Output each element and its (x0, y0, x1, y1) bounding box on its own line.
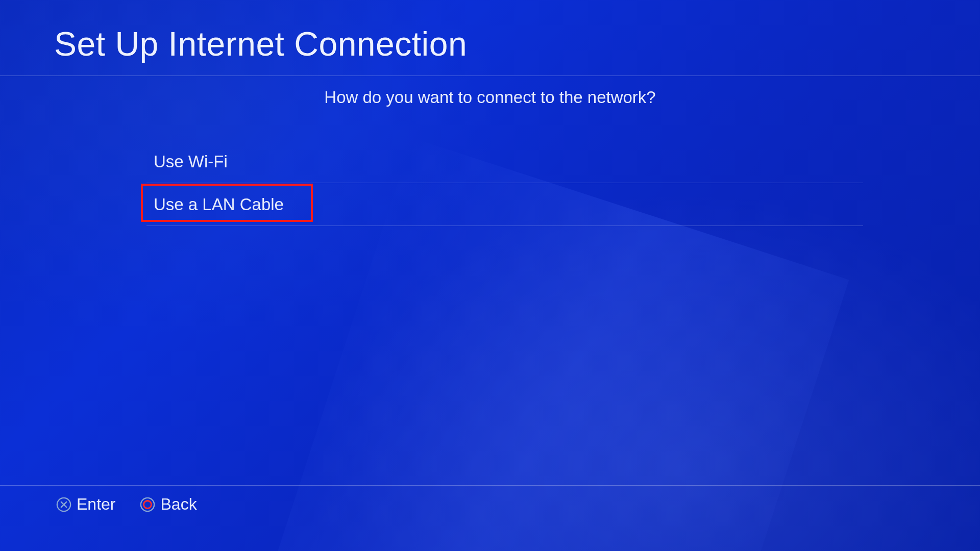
page-title: Set Up Internet Connection (54, 24, 980, 63)
hint-enter-label: Enter (77, 495, 115, 514)
svg-point-3 (141, 497, 154, 511)
option-label: Use a LAN Cable (154, 195, 284, 214)
o-button-icon (140, 497, 155, 512)
hint-back-label: Back (160, 495, 197, 514)
hint-back: Back (140, 495, 197, 514)
option-label: Use Wi-Fi (154, 152, 228, 171)
hint-enter: Enter (56, 495, 115, 514)
svg-point-4 (144, 500, 152, 508)
page-header: Set Up Internet Connection (0, 0, 980, 76)
option-use-wifi[interactable]: Use Wi-Fi (146, 140, 863, 183)
footer-hints: Enter Back (0, 485, 980, 514)
option-use-lan-cable[interactable]: Use a LAN Cable (146, 183, 863, 226)
prompt-text: How do you want to connect to the networ… (0, 88, 980, 107)
connection-options: Use Wi-Fi Use a LAN Cable (146, 140, 863, 226)
x-button-icon (56, 497, 71, 512)
